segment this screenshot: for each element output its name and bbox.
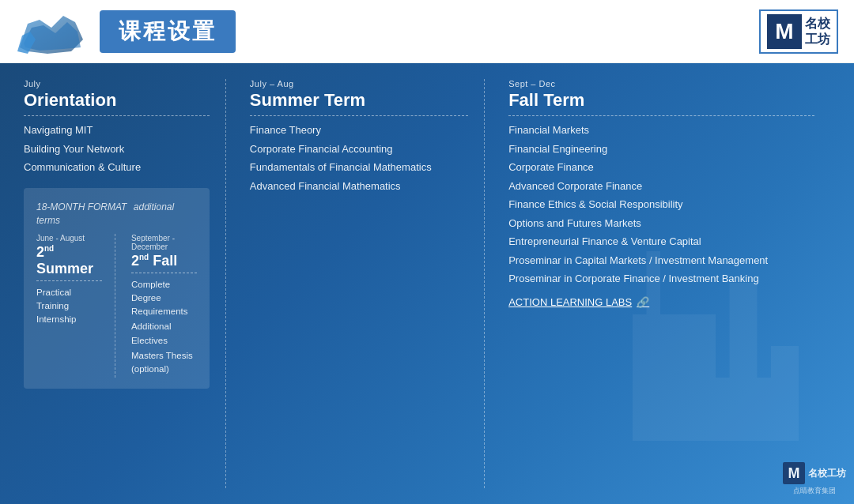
fall-term-column: Sept – Dec Fall Term Financial Markets F…: [485, 79, 830, 488]
list-item: Entrepreneurial Finance & Venture Capita…: [508, 234, 814, 250]
second-fall-label: Fall: [149, 253, 177, 269]
watermark-text: 名校工坊: [808, 468, 846, 479]
second-fall-num: 2: [131, 253, 139, 269]
link-icon: 🔗: [637, 296, 649, 308]
second-fall-period: September - December: [131, 234, 197, 251]
summer-term-column: July – Aug Summer Term Finance Theory Co…: [226, 79, 485, 488]
columns: July Orientation Navigating MIT Building…: [24, 79, 830, 488]
list-item: Finance Theory: [250, 122, 468, 138]
second-fall-col: September - December 2nd Fall Complete D…: [131, 234, 197, 378]
action-learning-link[interactable]: ACTION LEARNING LABS 🔗: [508, 296, 814, 308]
second-summer-title: 2nd Summer: [36, 244, 102, 281]
second-summer-col: June - August 2nd Summer Practical Train…: [36, 234, 115, 378]
logo-box: M 名校 工坊: [759, 9, 838, 54]
month-format-box: 18-MONTH FORMAT additional terms June - …: [24, 188, 210, 389]
month-format-title-text: 18-MONTH FORMAT: [36, 201, 127, 213]
action-learning-text: ACTION LEARNING LABS: [508, 296, 632, 308]
list-item: Fundamentals of Financial Mathematics: [250, 160, 468, 175]
header-left: 课程设置: [16, 8, 236, 55]
fall-course-list: Financial Markets Financial Engineering …: [508, 122, 814, 287]
list-item: Communication & Culture: [24, 160, 210, 175]
list-item: Corporate Financial Accounting: [250, 141, 468, 157]
list-item: Financial Markets: [508, 122, 814, 138]
second-summer-period: June - August: [36, 234, 102, 243]
list-item: Additional Electives: [131, 320, 197, 348]
orientation-title: Orientation: [24, 90, 210, 116]
logo-text: 名校 工坊: [805, 16, 830, 46]
list-item: Complete Degree Requirements: [131, 278, 197, 319]
list-item: Navigating MIT: [24, 122, 210, 138]
list-item: Masters Thesis (optional): [131, 349, 197, 377]
logo-line2: 工坊: [805, 32, 830, 47]
orientation-period: July: [24, 79, 210, 88]
watermark-logo: M 名校工坊: [783, 462, 846, 484]
logo-line1: 名校: [805, 16, 830, 31]
second-summer-num: 2: [36, 244, 44, 260]
second-fall-sup: nd: [139, 253, 149, 261]
list-item: Corporate Finance: [508, 160, 814, 175]
header: 课程设置 M 名校 工坊: [0, 0, 854, 63]
second-fall-title: 2nd Fall: [131, 253, 197, 273]
watermark-subtext: 点睛教育集团: [793, 486, 836, 496]
watermark-m: M: [783, 462, 805, 484]
list-item: Advanced Corporate Finance: [508, 179, 814, 194]
fall-period: Sept – Dec: [508, 79, 814, 88]
list-item: Proseminar in Capital Markets / Investme…: [508, 253, 814, 269]
list-item: Financial Engineering: [508, 141, 814, 157]
summer-title: Summer Term: [250, 90, 468, 116]
summer-period: July – Aug: [250, 79, 468, 88]
summer-course-list: Finance Theory Corporate Financial Accou…: [250, 122, 468, 194]
orientation-course-list: Navigating MIT Building Your Network Com…: [24, 122, 210, 175]
list-item: Practical Training Internship: [36, 286, 102, 327]
list-item: Advanced Financial Mathematics: [250, 179, 468, 194]
header-title-box: 课程设置: [100, 10, 236, 53]
month-subgrid: June - August 2nd Summer Practical Train…: [36, 234, 197, 378]
world-map-icon: [16, 8, 87, 55]
month-format-title: 18-MONTH FORMAT additional terms: [36, 199, 197, 226]
orientation-column: July Orientation Navigating MIT Building…: [24, 79, 226, 488]
second-summer-sup: nd: [44, 244, 54, 253]
fall-title: Fall Term: [508, 90, 814, 116]
list-item: Options and Futures Markets: [508, 216, 814, 231]
watermark: M 名校工坊 点睛教育集团: [783, 462, 846, 496]
list-item: Finance Ethics & Social Responsibility: [508, 197, 814, 213]
main-content: July Orientation Navigating MIT Building…: [0, 63, 854, 504]
header-title: 课程设置: [119, 19, 217, 43]
list-item: Building Your Network: [24, 141, 210, 157]
logo-m-icon: M: [767, 14, 802, 49]
list-item: Proseminar in Corporate Finance / Invest…: [508, 271, 814, 287]
second-summer-label: Summer: [36, 261, 93, 276]
